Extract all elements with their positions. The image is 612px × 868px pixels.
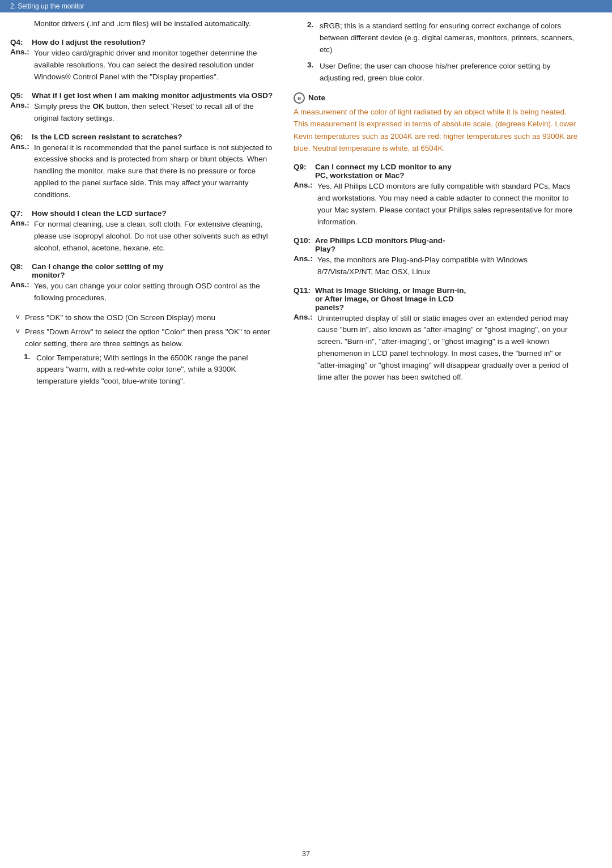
numbered-item-2: 2. sRGB; this is a standard setting for … xyxy=(307,20,583,56)
qa-block-q11: Q11: What is Image Sticking, or Image Bu… xyxy=(294,286,583,384)
numbered-list-right: 2. sRGB; this is a standard setting for … xyxy=(294,20,583,84)
header-bar: 2. Setting up the monitor xyxy=(0,0,612,12)
note-header: e Note xyxy=(294,92,583,104)
q6-question: Q6: Is the LCD screen resistant to scrat… xyxy=(10,133,277,141)
q4-question: Q4: How do I adjust the resolution? xyxy=(10,38,277,46)
bullet-v2: v Press "Down Arrow" to select the optio… xyxy=(10,326,277,350)
q8-answer: Ans.: Yes, you can change your color set… xyxy=(10,280,277,304)
note-icon: e xyxy=(294,92,305,104)
q11-answer: Ans.: Uninterrupted display of still or … xyxy=(294,313,583,384)
col-right: 2. sRGB; this is a standard setting for … xyxy=(294,18,583,827)
numbered-list-left: 1. Color Temperature; With settings in t… xyxy=(10,352,277,388)
note-content: A measurement of the color of light radi… xyxy=(294,106,583,155)
numbered-item-1: 1. Color Temperature; With settings in t… xyxy=(24,352,277,388)
q9-answer: Ans.: Yes. All Philips LCD monitors are … xyxy=(294,181,583,228)
two-col-layout: Monitor drivers (.inf and .icm files) wi… xyxy=(0,18,612,844)
bullet-v1: v Press "OK" to show the OSD (On Screen … xyxy=(10,312,277,324)
q7-question: Q7: How should I clean the LCD surface? xyxy=(10,209,277,218)
note-box: e Note A measurement of the color of lig… xyxy=(294,92,583,155)
page-number: 37 xyxy=(0,844,612,868)
qa-block-q4: Q4: How do I adjust the resolution? Ans.… xyxy=(10,38,277,83)
col-left: Monitor drivers (.inf and .icm files) wi… xyxy=(10,18,277,827)
q10-question: Q10: Are Philips LCD monitors Plug-and-P… xyxy=(294,236,583,253)
q5-answer: Ans.: Simply press the OK button, then s… xyxy=(10,101,277,125)
qa-block-q9: Q9: Can I connect my LCD monitor to anyP… xyxy=(294,163,583,228)
q5-question: Q5: What if I get lost when I am making … xyxy=(10,91,277,100)
q8-question: Q8: Can I change the color setting of my… xyxy=(10,262,277,279)
q11-question: Q11: What is Image Sticking, or Image Bu… xyxy=(294,286,583,312)
qa-block-q8: Q8: Can I change the color setting of my… xyxy=(10,262,277,304)
intro-text: Monitor drivers (.inf and .icm files) wi… xyxy=(10,18,277,30)
page-container: 2. Setting up the monitor Monitor driver… xyxy=(0,0,612,868)
qa-block-q6: Q6: Is the LCD screen resistant to scrat… xyxy=(10,133,277,202)
qa-block-q5: Q5: What if I get lost when I am making … xyxy=(10,91,277,125)
q6-answer: Ans.: In general it is recommended that … xyxy=(10,142,277,202)
header-label: 2. Setting up the monitor xyxy=(10,2,84,10)
qa-block-q10: Q10: Are Philips LCD monitors Plug-and-P… xyxy=(294,236,583,278)
numbered-item-3: 3. User Define; the user can choose his/… xyxy=(307,61,583,84)
q4-answer: Ans.: Your video card/graphic driver and… xyxy=(10,48,277,83)
q10-answer: Ans.: Yes, the monitors are Plug-and-Pla… xyxy=(294,254,583,278)
q9-question: Q9: Can I connect my LCD monitor to anyP… xyxy=(294,163,583,180)
qa-block-q7: Q7: How should I clean the LCD surface? … xyxy=(10,209,277,254)
q7-answer: Ans.: For normal cleaning, use a clean, … xyxy=(10,219,277,254)
